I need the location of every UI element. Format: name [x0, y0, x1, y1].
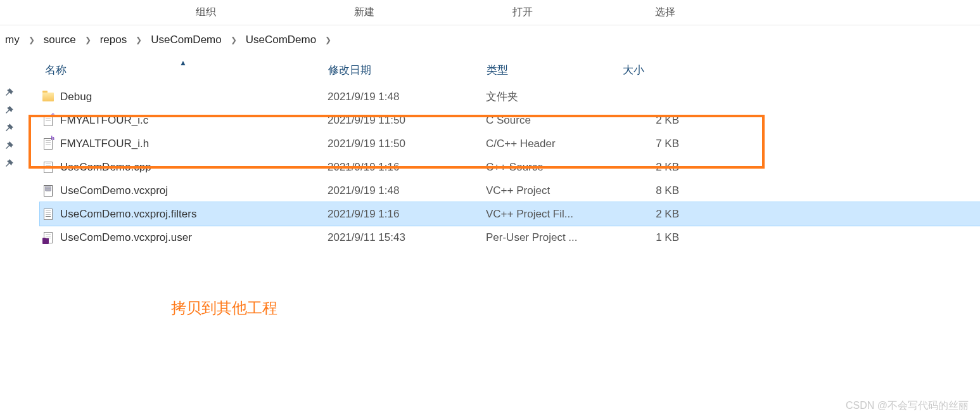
annotation-text: 拷贝到其他工程 [171, 298, 277, 318]
folder-icon [42, 91, 54, 103]
breadcrumb-item[interactable]: source [40, 31, 80, 49]
breadcrumb-item[interactable]: UseComDemo [242, 31, 320, 49]
file-name-label: UseComDemo.vcxproj.filters [60, 208, 196, 221]
breadcrumb-item[interactable]: my [1, 31, 23, 49]
cell-type: Per-User Project ... [486, 231, 622, 244]
cell-size: 2 KB [622, 208, 685, 221]
ribbon-group-select[interactable]: 选择 [602, 1, 729, 24]
sort-indicator-icon: ▲ [179, 58, 187, 67]
pin-icon[interactable] [4, 105, 14, 115]
table-row[interactable]: UseComDemo.cpp2021/9/19 1:16C++ Source2 … [40, 155, 980, 179]
table-row[interactable]: UseComDemo.vcxproj.user2021/9/11 15:43Pe… [40, 226, 980, 249]
column-header-size[interactable]: 大小 [623, 63, 699, 77]
cell-modified: 2021/9/19 11:50 [328, 138, 486, 150]
table-row[interactable]: UseComDemo.vcxproj2021/9/19 1:48VC++ Pro… [40, 179, 980, 202]
file-name-label: UseComDemo.cpp [60, 161, 151, 174]
cell-name[interactable]: FMYALTFOUR_i.h [42, 138, 328, 150]
cell-size: 2 KB [622, 161, 685, 174]
table-row[interactable]: FMYALTFOUR_i.c2021/9/19 11:50C Source2 K… [40, 108, 980, 132]
cell-name[interactable]: FMYALTFOUR_i.c [42, 114, 328, 127]
chevron-right-icon[interactable]: ❯ [23, 35, 40, 44]
cell-name[interactable]: UseComDemo.vcxproj.filters [42, 208, 328, 221]
column-header-type[interactable]: 类型 [487, 63, 623, 77]
column-header-row: ▲ 名称 修改日期 类型 大小 [40, 55, 980, 85]
file-name-label: Debug [60, 91, 92, 103]
cell-modified: 2021/9/11 15:43 [328, 231, 486, 244]
file-name-label: UseComDemo.vcxproj [60, 184, 168, 197]
proj-file-icon [42, 185, 54, 197]
pin-icon[interactable] [4, 123, 14, 133]
h-src-file-icon [42, 138, 54, 150]
cell-type: 文件夹 [486, 89, 622, 104]
file-name-label: FMYALTFOUR_i.c [60, 114, 148, 127]
cell-modified: 2021/9/19 1:48 [328, 184, 486, 197]
file-list[interactable]: ▲ 名称 修改日期 类型 大小 Debug2021/9/19 1:48文件夹FM… [40, 55, 980, 249]
user-file-icon [42, 232, 54, 243]
ribbon-group-organize[interactable]: 组织 [127, 1, 285, 24]
chevron-right-icon[interactable]: ❯ [130, 35, 147, 44]
pin-icon[interactable] [4, 141, 14, 151]
file-name-label: UseComDemo.vcxproj.user [60, 231, 192, 244]
chevron-right-icon[interactable]: ❯ [226, 35, 242, 44]
cell-modified: 2021/9/19 1:16 [328, 161, 486, 174]
cell-size: 2 KB [622, 114, 685, 127]
cell-type: VC++ Project Fil... [486, 208, 622, 221]
quick-access-strip [0, 55, 18, 249]
ribbon-group-labels: 组织 新建 打开 选择 [0, 0, 980, 25]
table-row[interactable]: UseComDemo.vcxproj.filters2021/9/19 1:16… [40, 202, 980, 226]
table-row[interactable]: Debug2021/9/19 1:48文件夹 [40, 85, 980, 108]
watermark-text: CSDN @不会写代码的丝丽 [846, 399, 969, 413]
cell-type: VC++ Project [486, 184, 622, 197]
breadcrumb-item[interactable]: UseComDemo [147, 31, 225, 49]
cell-name[interactable]: UseComDemo.vcxproj.user [42, 231, 328, 244]
breadcrumb[interactable]: my ❯ source ❯ repos ❯ UseComDemo ❯ UseCo… [0, 25, 980, 55]
ribbon-group-new[interactable]: 新建 [285, 1, 443, 24]
c-src-file-icon [42, 115, 54, 126]
cpp-src-file-icon [42, 162, 54, 173]
cell-modified: 2021/9/19 1:48 [328, 91, 486, 103]
breadcrumb-item[interactable]: repos [96, 31, 131, 49]
pin-icon[interactable] [4, 158, 14, 169]
chevron-right-icon[interactable]: ❯ [80, 35, 96, 44]
cell-modified: 2021/9/19 11:50 [328, 114, 486, 127]
cell-name[interactable]: UseComDemo.cpp [42, 161, 328, 174]
file-name-label: FMYALTFOUR_i.h [60, 138, 149, 150]
ribbon-group-open[interactable]: 打开 [443, 1, 602, 24]
filters-file-icon [42, 209, 54, 220]
cell-size: 8 KB [622, 184, 685, 197]
cell-type: C/C++ Header [486, 138, 622, 150]
cell-name[interactable]: UseComDemo.vcxproj [42, 184, 328, 197]
chevron-right-icon[interactable]: ❯ [320, 35, 336, 44]
cell-size: 7 KB [622, 138, 685, 150]
cell-name[interactable]: Debug [42, 91, 328, 103]
cell-type: C Source [486, 114, 622, 127]
column-header-label: 名称 [45, 63, 67, 77]
cell-size: 1 KB [622, 231, 685, 244]
column-header-modified[interactable]: 修改日期 [328, 63, 487, 77]
pin-icon[interactable] [4, 87, 14, 98]
cell-type: C++ Source [486, 161, 622, 174]
table-row[interactable]: FMYALTFOUR_i.h2021/9/19 11:50C/C++ Heade… [40, 132, 980, 155]
cell-modified: 2021/9/19 1:16 [328, 208, 486, 221]
